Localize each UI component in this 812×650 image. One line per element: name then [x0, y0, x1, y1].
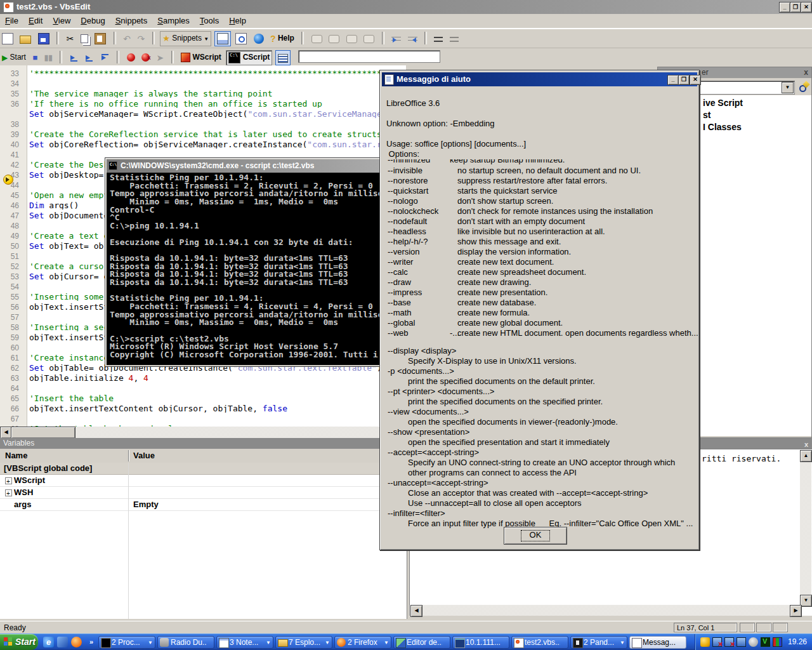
show-next-statement-button[interactable]: ➤ [155, 50, 166, 64]
task-button[interactable]: 2 Proc...▼ [98, 636, 155, 649]
paste-button[interactable] [93, 31, 108, 45]
task-button[interactable]: 7 Esplo...▼ [275, 636, 332, 649]
dialog-titlebar[interactable]: Messaggio di aiuto _ ❐ ✕ [382, 72, 697, 86]
restore-button[interactable]: ❐ [790, 2, 801, 13]
start-button[interactable]: Start [0, 634, 38, 650]
security-icon[interactable] [700, 637, 710, 647]
dialog-text-line: --show <presentation> [380, 427, 697, 437]
comment-button-3[interactable] [344, 31, 359, 45]
menu-edit[interactable]: Edit [23, 14, 48, 25]
comment-button-2[interactable] [327, 31, 341, 45]
undo-button[interactable]: ↶ [121, 31, 133, 45]
ok-button[interactable]: OK [504, 527, 567, 545]
search-icon[interactable] [799, 81, 810, 93]
menu-debug[interactable]: Debug [75, 14, 110, 25]
snippet-panel-toggle[interactable] [214, 31, 231, 46]
new-file-button[interactable] [0, 31, 15, 45]
browser-button[interactable] [252, 31, 266, 45]
menu-samples[interactable]: Samples [152, 14, 195, 25]
variables-row[interactable]: WScript [0, 475, 407, 487]
browser-item[interactable]: ive Script [703, 98, 743, 108]
task-button[interactable]: Radio Du... [157, 636, 214, 649]
menu-snippets[interactable]: Snippets [110, 14, 153, 25]
menu-view[interactable]: View [48, 14, 75, 25]
output-hscrollbar[interactable]: ◀ ▶ [410, 605, 801, 616]
cmd-line: Risposta da 10.1.94.1: byte=32 durata<1m… [110, 279, 380, 287]
chevron-down-icon[interactable]: ▼ [782, 82, 794, 93]
expand-icon[interactable] [5, 477, 12, 484]
menu-help[interactable]: Help [224, 14, 251, 25]
minimize-button[interactable]: _ [779, 2, 790, 13]
indent-decrease-button[interactable] [390, 31, 403, 45]
clear-breakpoints-button[interactable]: × [140, 50, 152, 64]
close-pane-icon[interactable]: x [804, 67, 808, 78]
scroll-right-icon[interactable]: ▶ [790, 605, 802, 617]
snippets-dropdown[interactable]: ★ Snippets ▼ [160, 31, 211, 46]
task-button[interactable]: 2 Firefox▼ [334, 636, 391, 649]
dialog-maximize-button[interactable]: ❐ [678, 75, 690, 85]
find-in-files-button[interactable] [233, 31, 249, 45]
variables-row[interactable]: WSH [0, 487, 407, 499]
disp-icon[interactable] [773, 637, 782, 647]
task-button[interactable]: test2.vbs... [511, 636, 568, 649]
firefox-icon[interactable] [71, 637, 82, 647]
quicklaunch-overflow-icon[interactable]: » [89, 638, 93, 646]
task-button[interactable]: 2 Pand...▼ [570, 636, 627, 649]
indent-increase-button[interactable] [406, 31, 419, 45]
media-icon[interactable] [57, 637, 68, 647]
task-button[interactable]: Messag... [629, 636, 686, 649]
vbsedit-titlebar[interactable]: test2.vbs - VbsEdit _ ❐ ✕ [0, 0, 812, 14]
expand-icon[interactable] [5, 489, 12, 496]
console-output-toggle[interactable] [275, 50, 291, 65]
cscript-button[interactable]: C:\ CScript [226, 50, 272, 65]
open-button[interactable] [18, 31, 33, 45]
command-input[interactable] [298, 50, 440, 63]
redo-button[interactable]: ↷ [136, 31, 147, 45]
step-over-button[interactable] [83, 50, 96, 64]
menu-file[interactable]: File [0, 14, 23, 25]
wscript-button[interactable]: WScript [179, 50, 223, 64]
menu-tools[interactable]: Tools [195, 14, 224, 25]
toggle-breakpoint-button[interactable] [125, 50, 137, 64]
save-button[interactable] [36, 31, 51, 45]
pause-button[interactable]: ▮▮ [43, 50, 55, 64]
start-debug-button[interactable]: ▶ Start [0, 50, 28, 64]
close-button[interactable]: ✕ [801, 2, 812, 13]
variables-row[interactable]: [VBScript global code] [0, 463, 407, 475]
list-button-2[interactable] [448, 31, 461, 45]
vol-icon[interactable] [749, 637, 758, 647]
netx-icon[interactable] [712, 637, 722, 647]
copy-button[interactable] [79, 31, 90, 45]
task-button[interactable]: 10.1.111... [452, 636, 509, 649]
step-out-button[interactable] [99, 50, 112, 64]
variables-row[interactable]: argsEmpty [0, 499, 407, 511]
help-dialog[interactable]: Messaggio di aiuto _ ❐ ✕ LibreOffice 3.6… [379, 70, 700, 550]
comment-button-1[interactable] [310, 31, 324, 45]
scroll-left-icon[interactable]: ◀ [410, 605, 422, 617]
comment-button-4[interactable] [362, 31, 376, 45]
editor-hscrollbar[interactable]: ◀ ▶ [0, 427, 406, 438]
browser-item[interactable]: I Classes [703, 122, 742, 132]
browser-item[interactable]: st [703, 110, 710, 120]
column-divider[interactable] [128, 450, 129, 461]
scroll-thumb[interactable] [11, 427, 75, 439]
dialog-minimize-button[interactable]: _ [667, 75, 679, 85]
av-icon[interactable] [761, 637, 770, 647]
net-icon[interactable] [737, 637, 746, 647]
output-vscrollbar[interactable]: ▲ ▼ [800, 450, 811, 606]
cut-button[interactable]: ✂ [65, 31, 76, 45]
code-line: 66objText.insertTextContent objCursor, o… [0, 402, 406, 413]
help-button[interactable]: ? Help [268, 31, 296, 45]
list-button-1[interactable] [432, 31, 445, 45]
task-button[interactable]: 3 Note...▼ [216, 636, 273, 649]
task-button[interactable]: Editor de... [393, 636, 450, 649]
ie-icon[interactable]: e [43, 637, 54, 647]
cmd-window[interactable]: C:\ C:\WINDOWS\system32\cmd.exe - cscrip… [105, 157, 382, 367]
cmd-titlebar[interactable]: C:\ C:\WINDOWS\system32\cmd.exe - cscrip… [107, 159, 380, 173]
scroll-up-icon[interactable]: ▲ [800, 450, 812, 462]
play-icon: ▶ [2, 51, 8, 65]
netx-icon[interactable] [724, 637, 734, 647]
dialog-close-button[interactable]: ✕ [690, 75, 701, 85]
stop-button[interactable]: ■ [30, 50, 39, 64]
step-into-button[interactable] [68, 50, 81, 64]
